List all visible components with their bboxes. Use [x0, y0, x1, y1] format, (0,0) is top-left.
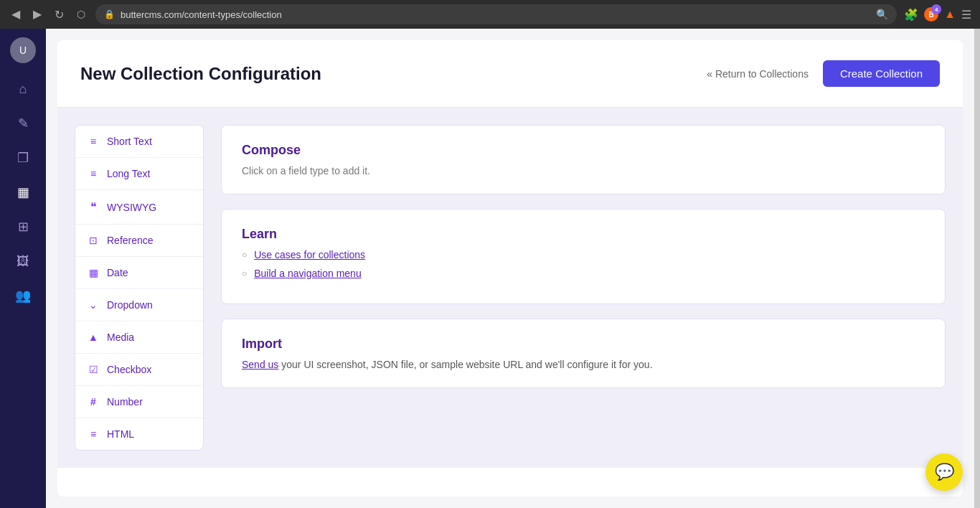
compose-panel: Compose Click on a field type to add it. — [221, 125, 946, 194]
import-body-text: your UI screenshot, JSON file, or sample… — [281, 359, 652, 370]
brave-badge: 4 — [931, 4, 941, 14]
short-text-icon: ≡ — [87, 136, 100, 147]
sidebar-item-media[interactable]: 🖼 — [9, 247, 37, 276]
chat-button[interactable]: 💬 — [925, 453, 963, 491]
search-icon: 🔍 — [876, 9, 888, 20]
field-type-date[interactable]: ▦ Date — [75, 257, 203, 289]
browser-chrome: ◀ ▶ ↻ ⬡ 🔒 buttercms.com/content-types/co… — [0, 0, 980, 29]
long-text-icon: ≡ — [87, 168, 100, 179]
use-cases-link[interactable]: Use cases for collections — [254, 249, 365, 260]
field-types-panel: ≡ Short Text ≡ Long Text ❝ WYSIWYG ⊡ Ref… — [75, 125, 204, 451]
date-icon: ▦ — [87, 267, 100, 278]
menu-icon: ☰ — [961, 8, 971, 22]
sidebar-item-collections[interactable]: ▦ — [9, 178, 37, 207]
refresh-button[interactable]: ↻ — [52, 5, 67, 24]
forward-button[interactable]: ▶ — [30, 6, 44, 23]
sidebar-item-components[interactable]: ⊞ — [9, 212, 37, 241]
reference-label: Reference — [107, 235, 154, 246]
create-collection-button[interactable]: Create Collection — [823, 60, 940, 87]
checkbox-label: Checkbox — [107, 364, 151, 375]
page-header: New Collection Configuration « Return to… — [57, 40, 963, 108]
learn-list-item-build-nav: Build a navigation menu — [242, 268, 925, 279]
extension-puzzle-icon: 🧩 — [904, 8, 918, 22]
sidebar-item-home[interactable]: ⌂ — [9, 75, 37, 103]
back-button[interactable]: ◀ — [9, 6, 23, 23]
learn-list: Use cases for collections Build a naviga… — [242, 249, 925, 279]
browser-extensions: 🧩 B 4 ▲ ☰ — [904, 7, 971, 22]
field-type-media[interactable]: ▲ Media — [75, 321, 203, 354]
alert-icon: ▲ — [944, 8, 956, 21]
number-icon: # — [87, 396, 100, 408]
field-type-wysiwyg[interactable]: ❝ WYSIWYG — [75, 190, 203, 225]
content-body: ≡ Short Text ≡ Long Text ❝ WYSIWYG ⊡ Ref… — [57, 108, 963, 468]
sidebar-item-blog[interactable]: ✎ — [9, 109, 37, 138]
return-link[interactable]: « Return to Collections — [707, 68, 809, 80]
media-label: Media — [107, 331, 134, 343]
import-panel: Import Send us your UI screenshot, JSON … — [221, 319, 946, 388]
media-icon: ▲ — [87, 331, 100, 343]
brave-icon: B 4 — [924, 7, 938, 22]
learn-title: Learn — [242, 227, 925, 242]
sidebar-item-pages[interactable]: ❐ — [9, 144, 37, 172]
main-content: New Collection Configuration « Return to… — [46, 29, 974, 508]
dropdown-label: Dropdown — [107, 299, 153, 311]
number-label: Number — [107, 396, 143, 408]
field-type-reference[interactable]: ⊡ Reference — [75, 225, 203, 257]
lock-icon: 🔒 — [104, 9, 115, 19]
field-type-checkbox[interactable]: ☑ Checkbox — [75, 354, 203, 386]
build-nav-link[interactable]: Build a navigation menu — [254, 268, 361, 279]
url-text: buttercms.com/content-types/collection — [121, 9, 870, 20]
html-icon: ≡ — [87, 428, 100, 440]
compose-title: Compose — [242, 143, 925, 158]
date-label: Date — [107, 267, 128, 278]
wysiwyg-label: WYSIWYG — [107, 202, 156, 213]
reference-icon: ⊡ — [87, 235, 100, 246]
send-us-link[interactable]: Send us — [242, 359, 278, 370]
long-text-label: Long Text — [107, 168, 150, 179]
address-bar[interactable]: 🔒 buttercms.com/content-types/collection… — [95, 4, 897, 24]
import-text: Send us your UI screenshot, JSON file, o… — [242, 359, 925, 370]
sidebar-item-users[interactable]: 👥 — [9, 281, 37, 310]
chat-icon: 💬 — [935, 463, 954, 481]
short-text-label: Short Text — [107, 136, 152, 147]
checkbox-icon: ☑ — [87, 364, 100, 375]
dropdown-icon: ⌄ — [87, 299, 100, 311]
scrollbar[interactable] — [974, 29, 980, 508]
page-title: New Collection Configuration — [80, 64, 321, 84]
field-type-short-text[interactable]: ≡ Short Text — [75, 126, 203, 158]
field-type-long-text[interactable]: ≡ Long Text — [75, 158, 203, 190]
wysiwyg-icon: ❝ — [87, 200, 100, 214]
field-type-number[interactable]: # Number — [75, 386, 203, 418]
compose-subtitle: Click on a field type to add it. — [242, 165, 925, 177]
import-title: Import — [242, 337, 925, 352]
html-label: HTML — [107, 428, 134, 440]
field-type-html[interactable]: ≡ HTML — [75, 418, 203, 450]
header-actions: « Return to Collections Create Collectio… — [707, 60, 940, 87]
page-container: New Collection Configuration « Return to… — [57, 40, 963, 497]
field-type-dropdown[interactable]: ⌄ Dropdown — [75, 289, 203, 321]
learn-panel: Learn Use cases for collections Build a … — [221, 209, 946, 304]
right-panels: Compose Click on a field type to add it.… — [221, 125, 946, 451]
learn-list-item-use-cases: Use cases for collections — [242, 249, 925, 260]
bookmark-icon: ⬡ — [74, 6, 88, 23]
avatar[interactable]: U — [10, 37, 36, 63]
sidebar: U ⌂ ✎ ❐ ▦ ⊞ 🖼 👥 — [0, 29, 46, 508]
